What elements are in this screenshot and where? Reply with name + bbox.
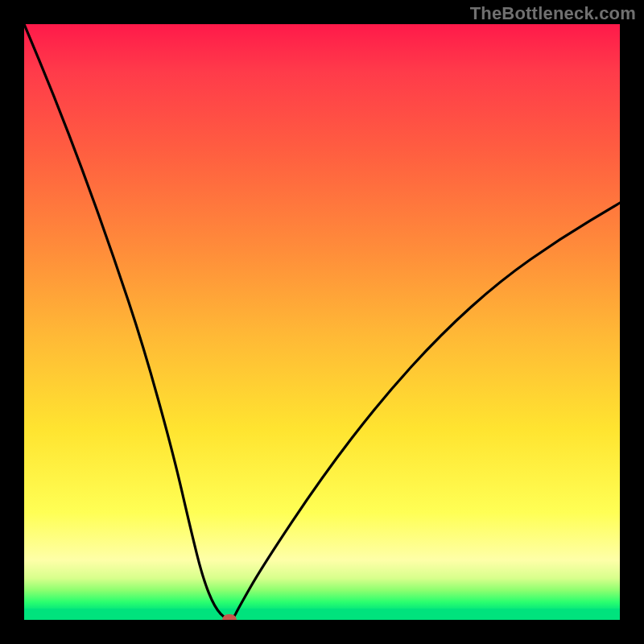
plot-area [24, 24, 620, 620]
bottleneck-curve [24, 24, 620, 620]
watermark-text: TheBottleneck.com [470, 3, 636, 24]
chart-container: TheBottleneck.com [0, 0, 644, 644]
curve-svg [24, 24, 620, 620]
optimal-point-marker [222, 614, 237, 620]
